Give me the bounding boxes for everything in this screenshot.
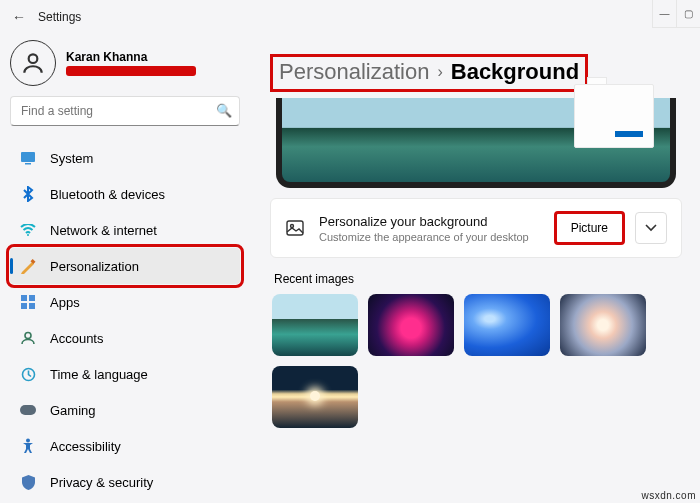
svg-rect-13 bbox=[287, 221, 303, 235]
breadcrumb-parent[interactable]: Personalization bbox=[279, 59, 429, 85]
svg-rect-5 bbox=[21, 295, 27, 301]
nav-label: Gaming bbox=[50, 403, 96, 418]
personalize-background-card[interactable]: Personalize your background Customize th… bbox=[270, 198, 682, 258]
accounts-icon bbox=[20, 330, 36, 346]
recent-image-4[interactable] bbox=[560, 294, 646, 356]
avatar bbox=[10, 40, 56, 86]
gaming-icon bbox=[20, 402, 36, 418]
user-profile[interactable]: Karan Khanna bbox=[10, 40, 240, 86]
nav-label: Privacy & security bbox=[50, 475, 153, 490]
nav-network[interactable]: Network & internet bbox=[10, 212, 240, 248]
privacy-icon bbox=[20, 474, 36, 490]
bluetooth-icon bbox=[20, 186, 36, 202]
svg-rect-6 bbox=[29, 295, 35, 301]
svg-rect-7 bbox=[21, 303, 27, 309]
recent-images-label: Recent images bbox=[274, 272, 682, 286]
svg-rect-8 bbox=[29, 303, 35, 309]
user-name: Karan Khanna bbox=[66, 50, 196, 64]
system-icon bbox=[20, 150, 36, 166]
nav-label: Bluetooth & devices bbox=[50, 187, 165, 202]
svg-rect-11 bbox=[20, 405, 36, 415]
time-icon bbox=[20, 366, 36, 382]
nav-label: Accounts bbox=[50, 331, 103, 346]
breadcrumb: Personalization › Background bbox=[270, 54, 588, 92]
background-type-value[interactable]: Picture bbox=[554, 211, 625, 245]
picture-icon bbox=[285, 218, 305, 238]
nav-time[interactable]: Time & language bbox=[10, 356, 240, 392]
watermark: wsxdn.com bbox=[641, 490, 696, 501]
minimize-button[interactable]: — bbox=[652, 0, 676, 28]
recent-image-5[interactable] bbox=[272, 366, 358, 428]
recent-image-1[interactable] bbox=[272, 294, 358, 356]
wifi-icon bbox=[20, 222, 36, 238]
background-type-dropdown[interactable] bbox=[635, 212, 667, 244]
accessibility-icon bbox=[20, 438, 36, 454]
svg-rect-1 bbox=[21, 152, 35, 162]
search-icon: 🔍 bbox=[216, 103, 232, 118]
card-title: Personalize your background bbox=[319, 214, 554, 229]
nav-accessibility[interactable]: Accessibility bbox=[10, 428, 240, 464]
nav-bluetooth[interactable]: Bluetooth & devices bbox=[10, 176, 240, 212]
svg-point-3 bbox=[27, 234, 29, 236]
svg-rect-2 bbox=[25, 163, 31, 165]
user-email-redacted bbox=[66, 66, 196, 76]
svg-point-14 bbox=[291, 225, 294, 228]
card-subtitle: Customize the appearance of your desktop bbox=[319, 231, 554, 243]
maximize-button[interactable]: ▢ bbox=[676, 0, 700, 28]
nav-label: System bbox=[50, 151, 93, 166]
nav-privacy[interactable]: Privacy & security bbox=[10, 464, 240, 500]
desktop-preview bbox=[276, 98, 676, 188]
nav-accounts[interactable]: Accounts bbox=[10, 320, 240, 356]
breadcrumb-current: Background bbox=[451, 59, 579, 85]
nav-label: Time & language bbox=[50, 367, 148, 382]
nav-apps[interactable]: Apps bbox=[10, 284, 240, 320]
personalization-icon bbox=[20, 258, 36, 274]
chevron-right-icon: › bbox=[437, 63, 442, 81]
nav-personalization[interactable]: Personalization bbox=[10, 248, 240, 284]
svg-point-0 bbox=[29, 54, 38, 63]
recent-image-2[interactable] bbox=[368, 294, 454, 356]
chevron-down-icon bbox=[645, 224, 657, 232]
nav-label: Personalization bbox=[50, 259, 139, 274]
recent-image-3[interactable] bbox=[464, 294, 550, 356]
nav-system[interactable]: System bbox=[10, 140, 240, 176]
svg-point-12 bbox=[26, 439, 30, 443]
nav-gaming[interactable]: Gaming bbox=[10, 392, 240, 428]
window-title: Settings bbox=[38, 10, 81, 24]
search-input[interactable] bbox=[10, 96, 240, 126]
apps-icon bbox=[20, 294, 36, 310]
recent-images-grid bbox=[270, 294, 682, 428]
nav-label: Network & internet bbox=[50, 223, 157, 238]
nav-label: Accessibility bbox=[50, 439, 121, 454]
svg-point-9 bbox=[25, 333, 31, 339]
nav-label: Apps bbox=[50, 295, 80, 310]
back-button[interactable]: ← bbox=[0, 9, 38, 25]
